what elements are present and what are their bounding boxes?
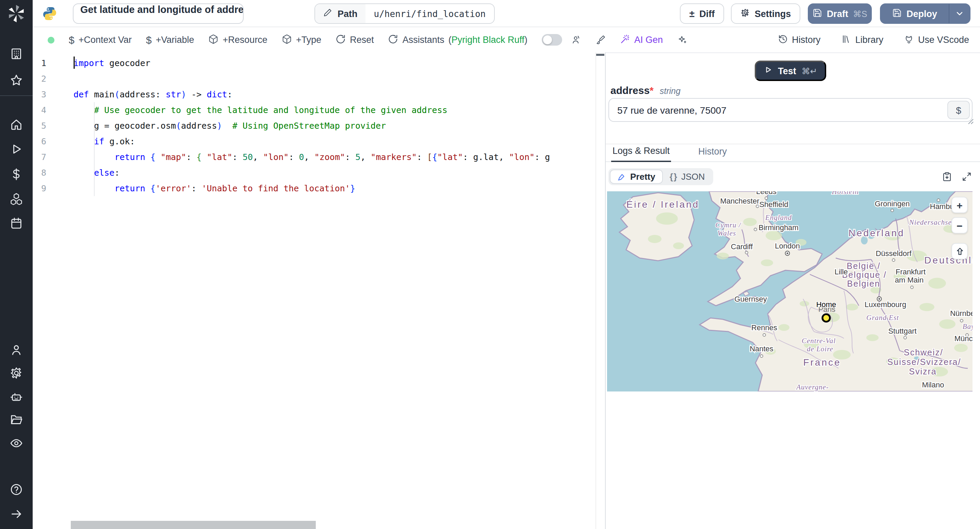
code-editor[interactable]: 1import geocoder23def main(address: str)… [33,53,605,529]
map-label: Birmingham [759,223,798,232]
test-panel: Test ⌘↵ address* string $ Logs & Result … [606,53,980,529]
tab-history[interactable]: History [697,143,728,161]
multiplayer-user-icon[interactable] [571,35,581,45]
map-label: Auvergne- [795,383,829,391]
draft-button[interactable]: Draft ⌘S [808,3,872,24]
code-line[interactable]: 2 [33,71,605,86]
map-recenter-button[interactable] [951,243,968,260]
editor-horizontal-scrollbar[interactable] [71,521,316,529]
map-label: München [955,334,972,343]
map-label: Luxembourg [865,300,906,309]
add-variable-button[interactable]: $ +Variable [146,34,194,46]
home-marker[interactable] [822,314,830,322]
format-brush-icon[interactable] [595,35,606,45]
copy-result-icon[interactable] [942,171,952,182]
map-label: Wales [718,229,736,237]
address-input[interactable] [608,98,972,122]
assistants-button[interactable]: Assistants (Pyright Black Ruff) [388,34,527,46]
reset-button[interactable]: Reset [336,34,374,46]
history-button[interactable]: History [778,34,821,46]
add-resource-button[interactable]: +Resource [208,34,267,46]
map-label: Bayern [963,322,972,331]
deploy-button[interactable]: Deploy [880,3,970,24]
sidebar-item-users-icon[interactable] [10,343,23,357]
settings-button[interactable]: Settings [731,3,800,24]
expand-sidebar-arrow-icon[interactable] [10,507,23,521]
map-label: Suisse/Svizzera/ [888,357,961,366]
pen-icon [617,172,626,181]
diff-button[interactable]: ± Diff [680,3,724,24]
sidebar-item-home-icon[interactable] [10,118,23,131]
map-controls: + − [951,197,968,260]
map-label: Rennes [751,323,777,332]
sidebar-item-schedules-icon[interactable] [10,217,23,230]
sidebar-item-runs-icon[interactable] [10,142,23,156]
view-json-button[interactable]: {} JSON [663,170,712,183]
script-title-input[interactable]: Get latitude and longitude of address [73,3,243,24]
path-widget[interactable]: Path u/henri/find_location [314,3,495,24]
map-label: Éire / Ireland [627,199,700,210]
indent-guide [94,102,95,196]
library-button[interactable]: Library [841,34,883,46]
favorites-star-icon[interactable] [10,73,23,87]
sidebar-item-audit-eye-icon[interactable] [10,437,23,450]
map-label: Grand Est [866,314,899,322]
map-label: Leeds [756,191,776,196]
code-line[interactable]: 7 return { "map": { "lat": 50, "lon": 0,… [33,149,605,165]
map-label: Nantes [749,344,773,353]
wand-icon [620,34,630,46]
map-label: Niedersachsen [909,218,956,226]
expand-fullscreen-icon[interactable] [962,171,972,182]
add-type-button[interactable]: +Type [282,34,321,46]
diff-icon: ± [689,8,695,19]
sidebar-divider [0,95,33,96]
map-label: Milano [922,381,944,389]
test-button[interactable]: Test ⌘↵ [755,61,826,81]
refresh-icon [336,34,346,46]
insert-variable-dollar-button[interactable]: $ [947,101,970,119]
code-line[interactable]: 6 if g.ok: [33,134,605,149]
code-lines: 1import geocoder23def main(address: str)… [33,53,605,196]
param-name-label: address* [611,84,654,96]
code-line[interactable]: 3def main(address: str) -> dict: [33,86,605,102]
code-line[interactable]: 4 # Use geocoder to get the latitude and… [33,102,605,118]
sparkles-icon[interactable] [677,35,687,45]
add-context-var-button[interactable]: $ +Context Var [69,34,132,46]
code-line[interactable]: 5 g = geocoder.osm(address) # Using Open… [33,118,605,134]
resize-grip-icon[interactable] [968,118,974,124]
sidebar-item-resources-icon[interactable] [10,192,23,206]
text-cursor [73,56,75,69]
line-number: 5 [33,121,46,131]
map-label: Cardiff [731,242,753,251]
ai-gen-button[interactable]: AI Gen [620,34,663,46]
deploy-dropdown-button[interactable] [950,9,970,18]
view-pretty-button[interactable]: Pretty [610,169,663,183]
map-label: Stuttgart [888,327,916,335]
help-icon[interactable] [10,483,23,496]
required-asterisk: * [649,84,654,96]
sidebar-item-folders-icon[interactable] [10,413,23,426]
sidebar-item-variables-icon[interactable] [10,167,23,181]
line-number: 2 [33,73,46,84]
code-line[interactable]: 9 return {'error': 'Unable to find the l… [33,180,605,196]
editor-vertical-scrollbar[interactable] [595,53,605,529]
map-label: am Main [895,276,924,284]
assistant-toggle[interactable] [542,34,562,46]
map-label: Svizra [909,366,937,376]
windmill-logo-icon[interactable] [8,5,25,22]
tab-logs-result[interactable]: Logs & Result [611,143,671,162]
map-label: de Loire [807,345,833,353]
map-label: Manchester [721,197,759,205]
map-zoom-in-button[interactable]: + [951,197,968,213]
vscode-cat-icon [904,34,914,46]
workspace-building-icon[interactable] [10,47,23,61]
code-line[interactable]: 1import geocoder [33,55,605,71]
code-line[interactable]: 8 else: [33,165,605,180]
sidebar-item-workers-robot-icon[interactable] [10,390,23,404]
save-icon [892,8,902,19]
history-clock-icon [778,34,788,46]
use-vscode-button[interactable]: Use VScode [904,34,969,46]
sidebar-item-settings-icon[interactable] [10,366,23,380]
map-zoom-out-button[interactable]: − [951,217,968,234]
result-map[interactable]: LeedsHolsteinManchesterSheffieldÉire / I… [607,191,972,392]
